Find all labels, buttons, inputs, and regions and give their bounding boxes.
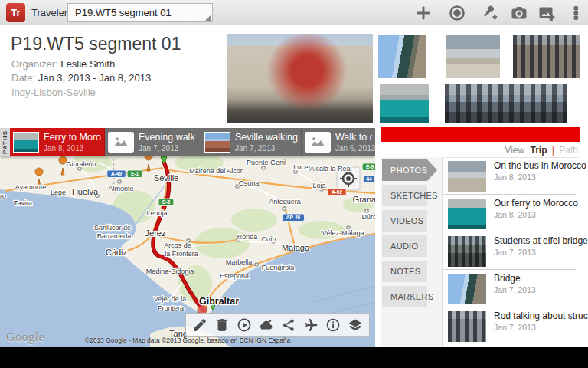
photo-bridge-structure[interactable] — [378, 34, 426, 78]
photo-placeholder-icon — [108, 132, 134, 153]
upload-icon[interactable] — [258, 317, 275, 334]
tab-sketches[interactable]: SKETCHES — [382, 185, 427, 206]
add-media-icon[interactable] — [537, 4, 556, 22]
item-date: Jan 8, 2013 — [494, 210, 536, 219]
trip-selector-value: P19.WT5 segment 01 — [75, 7, 172, 18]
path-thumbnail — [204, 132, 230, 153]
photo-thumbnail[interactable] — [448, 274, 486, 304]
path-title: Ferry to Morocco — [44, 132, 101, 143]
tab-videos[interactable]: VIDEOS — [382, 210, 427, 232]
view-path-option[interactable]: Path — [559, 145, 578, 156]
path-date: Jan 8, 2013 — [44, 144, 101, 153]
tabs-divider — [442, 157, 443, 347]
row-divider — [443, 232, 576, 232]
map-label: Loja — [312, 182, 325, 189]
svg-text:A-49: A-49 — [111, 171, 122, 176]
map-label: Antequera — [269, 198, 301, 205]
delete-icon[interactable] — [214, 317, 230, 334]
overflow-icon[interactable] — [567, 4, 577, 22]
path-title: Evening walk — [139, 132, 195, 143]
road-badge: E-1 — [127, 170, 142, 178]
view-label: View — [505, 145, 524, 156]
path-item-evening-walk[interactable]: Evening walk Jan 7, 2013 — [105, 128, 201, 156]
path-item-seville-walking-tour[interactable]: Seville walking tour Jan 7, 2013 — [201, 128, 302, 156]
item-date: Jan 7, 2013 — [494, 323, 536, 332]
view-trip-option[interactable]: Trip — [530, 145, 547, 156]
map-label: Mairena del Alcor — [189, 167, 243, 175]
road-badge: A-92 — [328, 189, 346, 196]
photo-student-group[interactable] — [513, 34, 580, 78]
photo-thumbnail[interactable] — [448, 161, 486, 192]
item-date: Jan 8, 2013 — [494, 172, 536, 182]
tab-audio[interactable]: AUDIO — [382, 235, 427, 257]
map-view[interactable]: roTaviraAyamonteLepeHuelvaGibraleónAlmon… — [0, 128, 375, 347]
road-badge: AP-46 — [283, 214, 305, 222]
item-title: Rod talking about structures — [494, 310, 588, 321]
map-label: Cádiz — [106, 248, 127, 257]
svg-text:E-9: E-9 — [366, 164, 374, 169]
record-icon[interactable] — [448, 4, 466, 22]
page-title: P19.WT5 segment 01 — [11, 34, 181, 54]
organizer-value: Leslie Smith — [60, 58, 115, 70]
add-marker-icon[interactable] — [481, 4, 499, 22]
app-logo[interactable]: Tr — [6, 3, 25, 22]
map-label: Medina-Sidonia — [146, 268, 194, 275]
map-label: Barrameda — [97, 232, 132, 240]
paths-bar-label: PATHS — [2, 130, 8, 154]
view-separator: | — [552, 145, 554, 156]
map-label: Arcos de — [164, 242, 191, 249]
path-title: Seville walking tour — [235, 132, 298, 143]
item-date: Jan 7, 2013 — [494, 248, 536, 257]
flight-icon[interactable] — [302, 317, 319, 334]
photo-seafront-road[interactable] — [446, 34, 500, 78]
photo-thumbnail[interactable] — [448, 311, 486, 342]
photo-crowd-by-river[interactable] — [445, 84, 567, 123]
selected-path-color-strip — [381, 127, 580, 142]
map-label: Estepona — [220, 272, 249, 280]
row-divider — [443, 194, 576, 195]
photo-teal-ferry[interactable] — [380, 84, 429, 123]
map-label: Seville — [154, 173, 178, 182]
map-label: Huelva — [72, 187, 99, 196]
road-badge: E-9 — [362, 163, 375, 171]
paths-bar-tag: PATHS — [0, 128, 10, 156]
trip-header: P19.WT5 segment 01 Organizer: Leslie Smi… — [0, 25, 588, 128]
organizer-label: Organizer: — [11, 58, 58, 70]
info-icon[interactable] — [325, 317, 341, 334]
share-icon[interactable] — [280, 317, 297, 334]
photo-lisbon-mural-building[interactable] — [227, 34, 373, 123]
tab-photos[interactable]: PHOTOS — [382, 159, 427, 181]
organizer-row: Organizer: Leslie Smith — [11, 58, 115, 70]
camera-icon[interactable] — [510, 4, 528, 22]
row-divider — [443, 269, 576, 270]
map-label: ro — [0, 192, 6, 200]
trip-route: Indy-Lisbon-Seville — [11, 87, 96, 98]
play-icon[interactable] — [236, 317, 253, 334]
item-title: Our ferry to Morocco — [494, 198, 578, 209]
tab-notes[interactable]: NOTES — [382, 261, 427, 282]
add-icon[interactable] — [414, 4, 433, 22]
photo-thumbnail[interactable] — [448, 199, 486, 229]
photo-thumbnail[interactable] — [448, 236, 486, 267]
spinner-corner-icon — [205, 15, 211, 21]
map-label: Almonte — [108, 185, 133, 192]
path-item-ferry-to-morocco[interactable]: Ferry to Morocco Jan 8, 2013 — [10, 128, 105, 156]
path-thumbnail — [13, 132, 39, 153]
map-label: Coín — [261, 235, 276, 243]
map-label: Alcalá la Real — [309, 165, 351, 172]
layers-icon[interactable] — [347, 317, 364, 334]
svg-text:A-92: A-92 — [332, 189, 342, 195]
trip-selector-spinner[interactable]: P19.WT5 segment 01 — [67, 3, 213, 22]
tab-markers[interactable]: MARKERS — [382, 286, 427, 307]
edit-icon[interactable] — [191, 317, 208, 334]
path-date: Jan 7, 2013 — [235, 144, 298, 153]
map-label: Jerez — [145, 228, 166, 238]
road-badge: 44 — [363, 176, 374, 183]
map-label: Frontera — [158, 304, 184, 312]
map-label: Vélez-Málaga — [322, 229, 364, 237]
svg-text:E-1: E-1 — [131, 171, 139, 176]
map-label: Lebrija — [146, 209, 167, 217]
app-screen: Tr Traveler P19.WT5 segment 01 P19.WT5 s… — [0, 0, 588, 368]
map-label: Vejer de la — [154, 295, 187, 303]
path-item-walk-to-dinner[interactable]: Walk to din Jan 6, 2013 — [302, 128, 375, 156]
